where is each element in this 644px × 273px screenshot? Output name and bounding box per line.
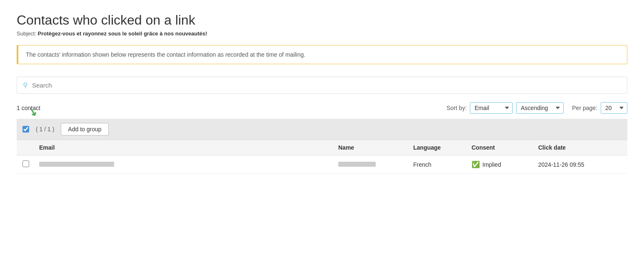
- row-checkbox[interactable]: [22, 160, 29, 167]
- sort-field-select[interactable]: Email Name Language Consent Click date: [470, 102, 513, 114]
- selection-count: ( 1 / 1 ): [36, 126, 54, 133]
- sort-order-select[interactable]: Ascending Descending: [516, 102, 564, 114]
- implied-icon: ✅: [472, 160, 480, 168]
- consent-label: Implied: [482, 161, 501, 168]
- page-title: Contacts who clicked on a link: [17, 13, 627, 28]
- row-consent-cell: ✅ Implied: [472, 160, 538, 168]
- add-to-group-button[interactable]: Add to group: [61, 123, 108, 135]
- col-consent: Consent: [472, 144, 538, 151]
- row-click-date-cell: 2024-11-26 09:55: [538, 161, 622, 168]
- email-redacted: [39, 162, 114, 167]
- sort-by-label: Sort by:: [447, 105, 467, 111]
- search-icon: ⚲: [23, 81, 28, 89]
- info-banner: The contacts' information shown below re…: [17, 45, 627, 64]
- per-page-select[interactable]: 20 50 100: [601, 102, 627, 114]
- col-name: Name: [338, 144, 413, 151]
- col-click-date: Click date: [538, 144, 622, 151]
- subject-value: Protégez-vous et rayonnez sous le soleil…: [38, 30, 207, 37]
- table-row: French ✅ Implied 2024-11-26 09:55: [17, 155, 627, 174]
- table-header: Email Name Language Consent Click date: [17, 140, 627, 155]
- subject-line: Subject: Protégez-vous et rayonnez sous …: [17, 30, 627, 37]
- row-email-cell: [39, 161, 338, 168]
- col-email: Email: [39, 144, 338, 151]
- search-input[interactable]: [32, 82, 621, 89]
- page-wrapper: Contacts who clicked on a link Subject: …: [0, 0, 644, 186]
- selection-row: ↘ ( 1 / 1 ) Add to group: [17, 119, 627, 140]
- col-language: Language: [413, 144, 472, 151]
- name-redacted: [338, 162, 376, 167]
- select-all-checkbox[interactable]: [22, 126, 29, 133]
- row-name-cell: [338, 161, 413, 168]
- per-page-label: Per page:: [572, 105, 597, 111]
- search-bar-container: ⚲: [17, 77, 627, 94]
- subject-label: Subject:: [17, 30, 36, 37]
- toolbar-row: 1 contact Sort by: Email Name Language C…: [17, 102, 627, 114]
- info-banner-text: The contacts' information shown below re…: [26, 51, 305, 58]
- row-language-cell: French: [413, 161, 472, 168]
- row-checkbox-cell: [22, 160, 39, 168]
- sort-controls: Sort by: Email Name Language Consent Cli…: [447, 102, 627, 114]
- col-checkbox: [22, 144, 39, 151]
